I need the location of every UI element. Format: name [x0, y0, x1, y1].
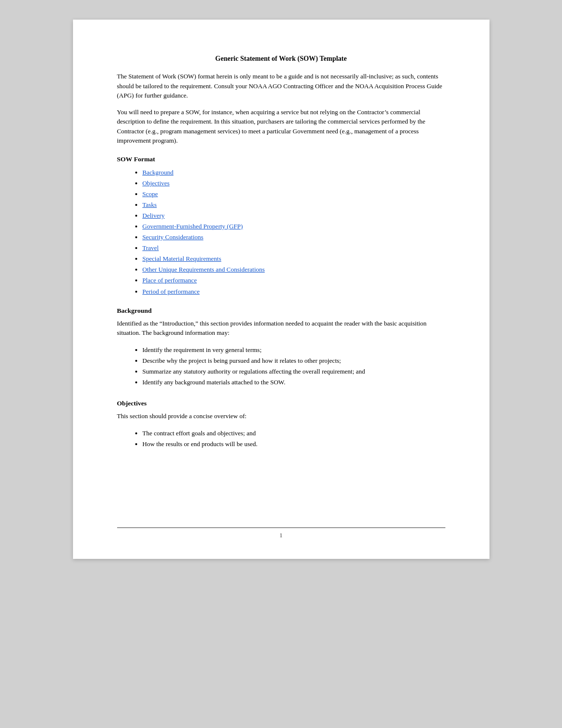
document-page: Generic Statement of Work (SOW) Template… [73, 20, 489, 559]
list-item: Government-Furnished Property (GFP) [143, 221, 445, 232]
sow-link-special[interactable]: Special Material Requirements [143, 255, 221, 262]
objectives-intro: This section should provide a concise ov… [117, 411, 445, 421]
list-item: Scope [143, 189, 445, 200]
list-item: Special Material Requirements [143, 253, 445, 264]
list-item: Period of performance [143, 286, 445, 297]
list-item: Identify the requirement in very general… [143, 345, 445, 355]
list-item: Summarize any statutory authority or reg… [143, 366, 445, 377]
list-item: Delivery [143, 210, 445, 221]
list-item: Other Unique Requirements and Considerat… [143, 264, 445, 275]
sow-link-travel[interactable]: Travel [143, 244, 159, 251]
sow-link-period[interactable]: Period of performance [143, 288, 200, 295]
sow-format-heading: SOW Format [117, 155, 445, 163]
sow-link-scope[interactable]: Scope [143, 190, 158, 198]
sow-link-background[interactable]: Background [143, 169, 174, 176]
list-item: Background [143, 167, 445, 178]
sow-link-objectives[interactable]: Objectives [143, 179, 170, 187]
sow-link-tasks[interactable]: Tasks [143, 201, 157, 208]
background-section: Background Identified as the “Introducti… [117, 307, 445, 388]
list-item: Tasks [143, 200, 445, 210]
sow-format-list: Background Objectives Scope Tasks Delive… [143, 167, 445, 297]
sow-link-security[interactable]: Security Considerations [143, 233, 204, 241]
list-item: Identify any background materials attach… [143, 377, 445, 388]
page-number: 1 [280, 532, 283, 539]
background-intro: Identified as the “Introduction,” this s… [117, 319, 445, 338]
document-title: Generic Statement of Work (SOW) Template [117, 55, 445, 63]
sow-link-other[interactable]: Other Unique Requirements and Considerat… [143, 266, 265, 273]
list-item: How the results or end products will be … [143, 439, 445, 450]
sow-format-section: SOW Format Background Objectives Scope T… [117, 155, 445, 297]
list-item: Place of performance [143, 275, 445, 286]
background-heading: Background [117, 307, 445, 315]
list-item: Describe why the project is being pursue… [143, 355, 445, 366]
page-footer: 1 [117, 527, 445, 539]
list-item: Objectives [143, 178, 445, 189]
list-item: Security Considerations [143, 232, 445, 243]
objectives-list: The contract effort goals and objectives… [143, 428, 445, 450]
intro-paragraph-1: The Statement of Work (SOW) format herei… [117, 72, 445, 100]
objectives-heading: Objectives [117, 400, 445, 407]
list-item: The contract effort goals and objectives… [143, 428, 445, 439]
intro-paragraph-2: You will need to prepare a SOW, for inst… [117, 107, 445, 146]
background-list: Identify the requirement in very general… [143, 345, 445, 388]
list-item: Travel [143, 243, 445, 253]
objectives-section: Objectives This section should provide a… [117, 400, 445, 450]
sow-link-gfp[interactable]: Government-Furnished Property (GFP) [143, 223, 243, 230]
sow-link-place[interactable]: Place of performance [143, 276, 197, 284]
sow-link-delivery[interactable]: Delivery [143, 212, 165, 219]
